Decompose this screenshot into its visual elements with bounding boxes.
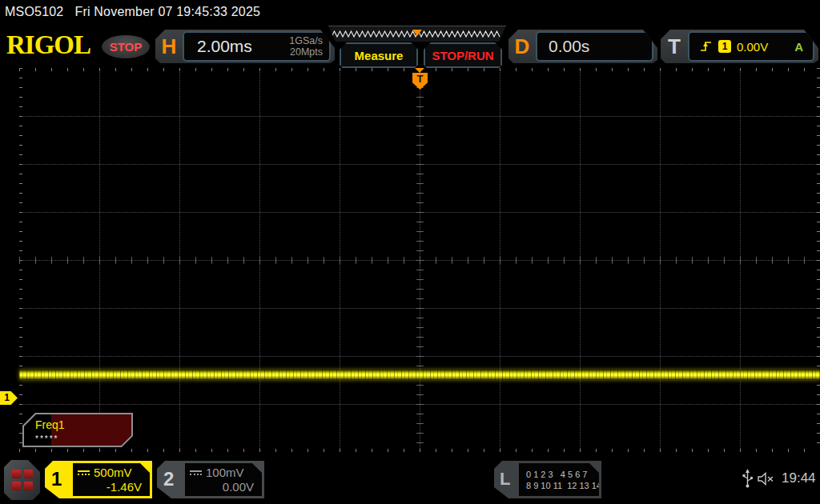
dc-coupling-icon	[190, 470, 202, 475]
acquisition-info: 1GSa/s 20Mpts	[289, 35, 329, 58]
memory-position-bar[interactable]	[328, 26, 506, 42]
logic-label: L	[500, 469, 510, 490]
trigger-position-marker[interactable]: T	[412, 73, 428, 90]
measurement-value: *****	[35, 434, 58, 443]
trigger-level-value: 0.00V	[737, 40, 768, 54]
channel2-number: 2	[163, 468, 174, 490]
clock-display: 19:44	[782, 470, 816, 486]
channel1-scale: 500mV	[94, 466, 132, 479]
channel1-waveform-trace	[19, 370, 820, 380]
memory-waveform-zigzag	[328, 26, 506, 42]
channel1-offset: -1.46V	[78, 480, 143, 494]
model-name: MSO5102	[5, 5, 63, 18]
status-bar: MSO5102Fri November 07 19:45:33 2025	[5, 5, 260, 19]
measurement-item-freq1[interactable]: Freq1 *****	[22, 413, 133, 447]
horizontal-panel[interactable]: H 2.00ms 1GSa/s 20Mpts	[155, 30, 335, 63]
horizontal-screen: 2.00ms 1GSa/s 20Mpts	[183, 31, 331, 62]
channel2-screen: 100mV 0.00V	[185, 463, 262, 496]
dc-coupling-icon	[78, 470, 90, 475]
horizontal-label: H	[155, 34, 183, 59]
stop-run-button[interactable]: STOP/RUN	[424, 42, 502, 68]
trigger-source-badge: 1	[718, 40, 731, 53]
rising-edge-icon	[699, 40, 713, 53]
channel1-screen: 500mV -1.46V	[73, 463, 150, 496]
channel2-scale: 100mV	[206, 466, 244, 479]
grid-icon	[12, 470, 33, 490]
usb-icon	[742, 469, 754, 490]
speaker-muted-icon	[758, 472, 778, 486]
channel1-status-box[interactable]: 1 500mV -1.46V	[45, 461, 152, 498]
datetime-text: Fri November 07 19:45:33 2025	[74, 5, 260, 18]
trigger-label: T	[661, 34, 688, 59]
memory-depth: 20Mpts	[289, 46, 323, 58]
rigol-logo: RIGOL	[6, 30, 90, 60]
trigger-panel[interactable]: T 1 0.00V A	[661, 30, 818, 63]
logic-analyzer-status-box[interactable]: L 0 1 2 3 4 5 6 7 8 9 10 11 12 13 14 15	[494, 461, 601, 498]
menu-grid-button[interactable]	[4, 460, 40, 500]
run-state-badge: STOP	[102, 35, 150, 58]
logic-channels-screen: 0 1 2 3 4 5 6 7 8 9 10 11 12 13 14 15	[519, 463, 599, 496]
channel2-status-box[interactable]: 2 100mV 0.00V	[157, 461, 264, 498]
graticule: T	[19, 68, 820, 452]
trigger-screen: 1 0.00V A	[688, 31, 814, 62]
channel1-number: 1	[51, 468, 62, 490]
logic-channels-row2: 8 9 10 11 12 13 14 15	[526, 481, 613, 490]
measure-button[interactable]: Measure	[340, 42, 418, 68]
graticule-center-horizontal-ticks	[19, 257, 820, 264]
channel2-offset: 0.00V	[190, 480, 255, 494]
delay-label: D	[508, 34, 536, 59]
measurement-item-inner: Freq1 *****	[24, 414, 131, 446]
delay-value: 0.00s	[537, 37, 589, 56]
channel1-offset-marker[interactable]: 1	[0, 391, 18, 405]
sample-rate: 1GSa/s	[289, 35, 323, 46]
delay-screen: 0.00s	[536, 31, 653, 62]
logic-channels-row1: 0 1 2 3 4 5 6 7	[526, 470, 587, 479]
timebase-value: 2.00ms	[184, 37, 289, 56]
trigger-sweep-mode: A	[794, 40, 813, 54]
delay-panel[interactable]: D 0.00s	[508, 30, 657, 63]
